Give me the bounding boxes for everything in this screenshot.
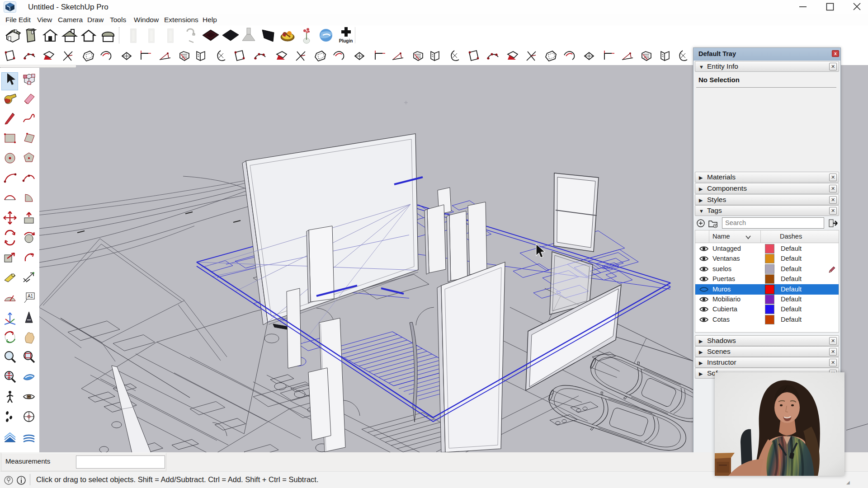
svg-text:Plugin: Plugin [339,38,353,43]
svg-text:A1: A1 [28,294,33,299]
